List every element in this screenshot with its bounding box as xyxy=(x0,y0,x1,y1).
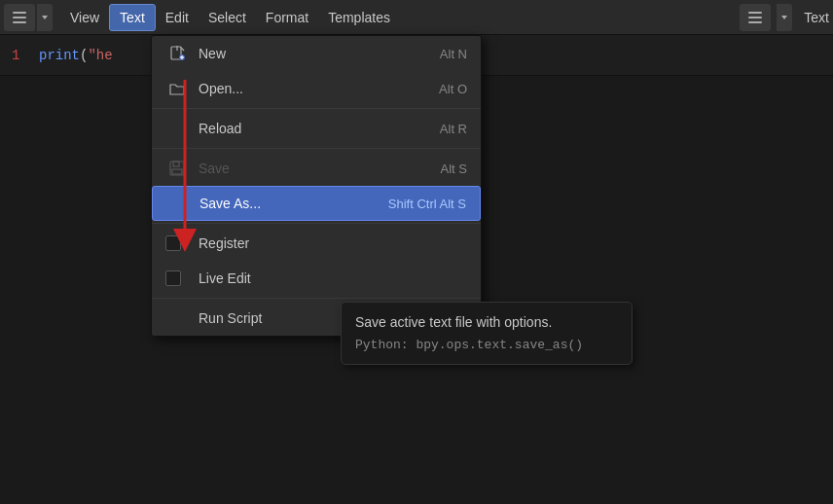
svg-rect-2 xyxy=(13,21,26,23)
menu-run-script-label: Run Script xyxy=(199,310,262,326)
menu-item-select[interactable]: Select xyxy=(199,4,256,31)
register-checkbox[interactable] xyxy=(165,235,181,251)
code-content: print("he xyxy=(39,48,113,63)
menu-save-shortcut: Alt S xyxy=(441,162,467,176)
right-menu-icon-button[interactable] xyxy=(740,4,771,31)
separator-3 xyxy=(152,223,481,224)
menu-register[interactable]: Register xyxy=(152,226,481,261)
menu-new-label: New xyxy=(199,46,226,61)
svg-rect-4 xyxy=(748,12,762,14)
tooltip-title: Save active text file with options. xyxy=(355,314,618,330)
menu-register-label: Register xyxy=(199,235,249,251)
menu-icon-chevron[interactable] xyxy=(37,4,53,31)
separator-1 xyxy=(152,108,481,109)
menu-right-section: Text xyxy=(740,4,829,31)
menu-live-edit-label: Live Edit xyxy=(199,270,251,286)
right-menu-chevron[interactable] xyxy=(777,4,792,31)
menu-reload-shortcut: Alt R xyxy=(440,122,467,136)
svg-rect-15 xyxy=(173,162,179,166)
separator-2 xyxy=(152,148,481,149)
tooltip-code: Python: bpy.ops.text.save_as() xyxy=(355,338,618,352)
code-keyword: print xyxy=(39,48,80,63)
menu-item-templates[interactable]: Templates xyxy=(318,4,400,31)
menu-save-as-shortcut: Shift Ctrl Alt S xyxy=(388,197,466,211)
save-icon xyxy=(165,157,189,180)
new-icon xyxy=(165,42,189,65)
menu-reload-label: Reload xyxy=(199,121,241,136)
menu-icon-button[interactable] xyxy=(4,4,35,31)
svg-rect-16 xyxy=(172,169,182,174)
svg-rect-5 xyxy=(748,17,762,18)
menu-new-shortcut: Alt N xyxy=(440,47,467,61)
menu-save-as[interactable]: Save As... Shift Ctrl Alt S xyxy=(152,186,481,221)
menu-live-edit[interactable]: Live Edit xyxy=(152,261,481,296)
menu-open-shortcut: Alt O xyxy=(439,82,467,96)
svg-marker-7 xyxy=(781,16,787,19)
right-menu-text: Text xyxy=(804,10,829,25)
menu-save-as-label: Save As... xyxy=(199,196,261,211)
menu-open[interactable]: Open... Alt O xyxy=(152,71,481,106)
menu-open-label: Open... xyxy=(199,81,243,96)
menu-new[interactable]: New Alt N xyxy=(152,36,481,71)
save-as-tooltip: Save active text file with options. Pyth… xyxy=(341,302,633,365)
svg-rect-1 xyxy=(13,17,26,18)
menu-item-view[interactable]: View xyxy=(60,4,109,31)
svg-rect-6 xyxy=(748,21,762,23)
svg-rect-0 xyxy=(13,12,26,14)
live-edit-checkbox[interactable] xyxy=(165,270,181,286)
menu-item-edit[interactable]: Edit xyxy=(156,4,199,31)
menu-item-text[interactable]: Text xyxy=(109,4,156,31)
svg-marker-3 xyxy=(42,16,48,19)
text-menu-dropdown: New Alt N Open... Alt O Reload Alt R Sav… xyxy=(151,35,482,337)
code-string: "he xyxy=(88,48,112,63)
menu-bar: View Text Edit Select Format Templates T… xyxy=(0,0,833,35)
separator-4 xyxy=(152,298,481,299)
menu-save: Save Alt S xyxy=(152,151,481,186)
menu-save-label: Save xyxy=(199,161,230,176)
menu-reload[interactable]: Reload Alt R xyxy=(152,111,481,146)
line-number: 1 xyxy=(12,48,27,63)
menu-item-format[interactable]: Format xyxy=(256,4,318,31)
open-icon xyxy=(165,77,189,100)
